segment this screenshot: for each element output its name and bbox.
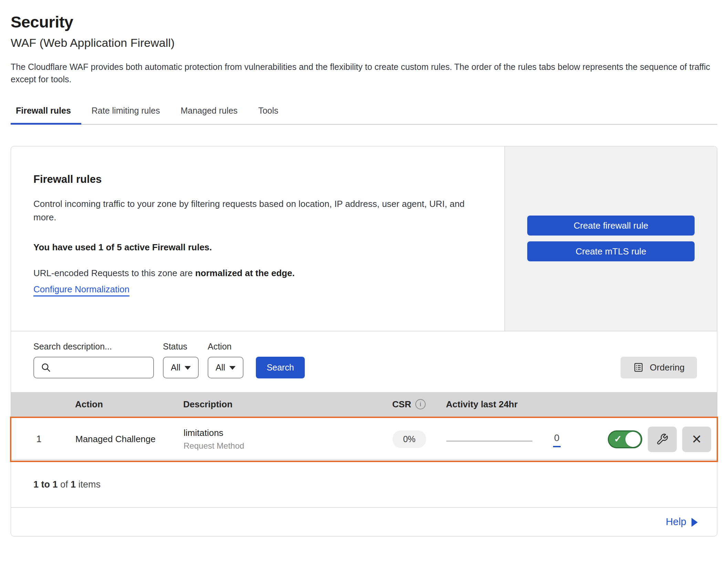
- security-waf-page: Security WAF (Web Application Firewall) …: [0, 0, 728, 536]
- tab-tools[interactable]: Tools: [248, 102, 289, 124]
- summary-total: 1: [71, 479, 76, 490]
- create-mtls-rule-button[interactable]: Create mTLS rule: [527, 241, 695, 261]
- edit-rule-button[interactable]: [648, 427, 677, 452]
- search-icon: [40, 362, 51, 373]
- tab-rate-limiting-rules[interactable]: Rate limiting rules: [81, 102, 170, 124]
- chevron-down-icon: [229, 366, 236, 370]
- status-select[interactable]: All: [163, 357, 199, 378]
- rule-field: Request Method: [184, 441, 372, 451]
- rule-description: limitations: [184, 428, 372, 438]
- search-input[interactable]: [51, 358, 159, 376]
- list-ordering-icon: [633, 362, 644, 373]
- info-icon[interactable]: i: [415, 399, 426, 409]
- column-header-action: Action: [66, 399, 183, 410]
- normalization-prefix: URL-encoded Requests to this zone are: [33, 268, 195, 278]
- activity-sparkline: [446, 441, 532, 441]
- page-subtitle: WAF (Web Application Firewall): [11, 36, 717, 50]
- firewall-rules-card: Firewall rules Control incoming traffic …: [11, 146, 717, 536]
- pagination-summary: 1 to 1 of 1 items: [11, 462, 717, 507]
- page-description: The Cloudflare WAF provides both automat…: [11, 61, 717, 86]
- action-filter-group: Action All: [208, 342, 243, 378]
- filter-bar: Search description... Status All Action: [11, 331, 717, 392]
- csr-header-label: CSR: [392, 399, 411, 410]
- firewall-rule-row-highlighted[interactable]: 1 Managed Challenge limitations Request …: [10, 417, 718, 462]
- help-arrow-icon: [691, 518, 698, 527]
- column-header-description: Description: [183, 399, 372, 410]
- help-link-label: Help: [666, 516, 686, 528]
- firewall-rules-header-section: Firewall rules Control incoming traffic …: [11, 146, 717, 331]
- action-label: Action: [208, 342, 243, 352]
- rule-controls: ✓ ✕: [601, 427, 717, 452]
- normalization-bold: normalized at the edge.: [195, 268, 295, 278]
- activity-count-link[interactable]: 0: [553, 432, 561, 447]
- status-filter-group: Status All: [163, 342, 199, 378]
- checkmark-icon: ✓: [614, 434, 622, 445]
- search-filter-group: Search description...: [33, 342, 154, 378]
- status-label: Status: [163, 342, 199, 352]
- summary-mid: of: [58, 479, 71, 490]
- ordering-button-label: Ordering: [650, 362, 685, 373]
- delete-rule-button[interactable]: ✕: [682, 427, 711, 452]
- page-title: Security: [11, 12, 717, 31]
- csr-value-badge: 0%: [393, 430, 426, 448]
- card-footer: Help: [11, 507, 717, 536]
- toggle-knob: [625, 432, 641, 447]
- search-box[interactable]: [33, 357, 154, 378]
- panel-description: Control incoming traffic to your zone by…: [33, 197, 481, 224]
- rule-enabled-toggle[interactable]: ✓: [608, 430, 642, 448]
- search-button[interactable]: Search: [256, 357, 305, 378]
- summary-suffix: items: [76, 479, 101, 490]
- panel-heading: Firewall rules: [33, 173, 491, 186]
- help-link[interactable]: Help: [666, 516, 698, 528]
- action-select-value: All: [216, 363, 225, 373]
- rule-priority: 1: [36, 434, 41, 445]
- action-select[interactable]: All: [208, 357, 243, 378]
- column-header-csr: CSR i: [392, 399, 426, 410]
- ordering-button[interactable]: Ordering: [621, 357, 697, 378]
- create-firewall-rule-button[interactable]: Create firewall rule: [527, 216, 695, 236]
- search-label: Search description...: [33, 342, 154, 352]
- summary-range: 1 to 1: [33, 479, 58, 490]
- normalization-text: URL-encoded Requests to this zone are no…: [33, 268, 491, 279]
- usage-text: You have used 1 of 5 active Firewall rul…: [33, 242, 491, 253]
- actions-panel: Create firewall rule Create mTLS rule: [505, 146, 717, 331]
- rule-action: Managed Challenge: [66, 434, 184, 445]
- activity-cell: 0: [446, 432, 601, 446]
- rule-description-cell: limitations Request Method: [184, 428, 372, 451]
- column-header-activity: Activity last 24hr: [446, 399, 601, 410]
- rules-table-header: Action Description CSR i Activity last 2…: [11, 392, 717, 417]
- firewall-rules-info: Firewall rules Control incoming traffic …: [11, 146, 505, 331]
- tab-managed-rules[interactable]: Managed rules: [170, 102, 248, 124]
- chevron-down-icon: [185, 366, 191, 370]
- tab-firewall-rules[interactable]: Firewall rules: [11, 102, 81, 124]
- wrench-icon: [656, 433, 668, 446]
- configure-normalization-link[interactable]: Configure Normalization: [33, 284, 129, 295]
- status-select-value: All: [171, 363, 180, 373]
- waf-tab-bar: Firewall rules Rate limiting rules Manag…: [11, 102, 717, 125]
- close-icon: ✕: [691, 432, 702, 447]
